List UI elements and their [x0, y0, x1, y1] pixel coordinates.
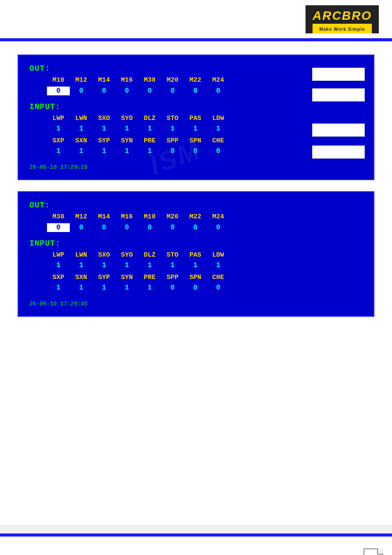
header: ARCBRO Make Work Simple: [0, 0, 392, 40]
logo-tagline-bg: Make Work Simple: [313, 24, 372, 33]
p1-out-h4: M38: [138, 76, 161, 84]
p2-out-h0: M38: [47, 213, 70, 221]
panel1-input-r2-headers: SXP SXN SYP SYN PRE SPP SPN CHE: [29, 137, 363, 145]
p1-in2-h4: PRE: [138, 137, 161, 145]
panel2-out-label: OUT:: [29, 201, 363, 210]
p2-in2-v2: 1: [93, 284, 115, 292]
p1-in-v1: 1: [70, 125, 93, 133]
p2-in-h7: LDW: [207, 251, 230, 259]
p1-out-v0: 0: [47, 87, 70, 95]
p2-in2-v4: 1: [138, 284, 161, 292]
p1-out-v6: 0: [184, 87, 207, 95]
panel2-input-label: INPUT:: [29, 239, 363, 248]
logo-brand: ARCBRO: [313, 9, 372, 23]
p1-in-v3: 1: [115, 125, 138, 133]
p1-in2-v0: 1: [47, 147, 70, 155]
p1-out-h7: M24: [207, 76, 230, 84]
panel1-out-values-row: 0 0 0 0 0 0 0 0: [29, 87, 363, 95]
p2-in2-v3: 1: [115, 284, 138, 292]
panel1-out-headers-row: M10 M12 M14 M16 M38 M20 M22 M24: [29, 76, 363, 84]
p2-in2-h5: SPP: [161, 274, 184, 281]
p2-in-v0: 1: [47, 261, 70, 269]
page-icon: [363, 548, 383, 555]
p1-in2-h1: SXN: [70, 137, 93, 145]
logo-tagline: Make Work Simple: [319, 27, 365, 32]
p2-out-v1: 0: [70, 224, 93, 232]
panel1-input-r1-values: 1 1 1 1 1 1 1 1: [29, 125, 363, 133]
panel1-timestamp: 26-06-10 17:29:16: [29, 164, 363, 170]
p2-out-h6: M22: [184, 213, 207, 221]
p1-out-h0: M10: [47, 76, 70, 84]
p1-out-v4: 0: [138, 87, 161, 95]
p1-in-v6: 1: [184, 125, 207, 133]
p2-out-v2: 0: [93, 224, 115, 232]
p2-in-h2: SXO: [93, 251, 115, 259]
panel-1: OUT: M10 M12 M14 M16 M38 M20 M22 M24 0 0…: [18, 54, 374, 180]
panel-2: OUT: M38 M12 M14 M16 M10 M20 M22 M24 0 0…: [18, 191, 374, 317]
p2-in2-v7: 0: [207, 284, 230, 292]
p2-in2-h4: PRE: [138, 274, 161, 281]
p2-in-h1: LWN: [70, 251, 93, 259]
p1-in2-v4: 1: [138, 147, 161, 155]
p2-out-h1: M12: [70, 213, 93, 221]
p1-in-h7: LDW: [207, 115, 230, 122]
panel2-out-headers-row: M38 M12 M14 M16 M10 M20 M22 M24: [29, 213, 363, 221]
p2-in-h3: SYO: [115, 251, 138, 259]
p1-out-v5: 0: [161, 87, 184, 95]
p1-in2-v3: 1: [115, 147, 138, 155]
p1-in2-v1: 1: [70, 147, 93, 155]
p1-in-v5: 1: [161, 125, 184, 133]
p2-in2-v6: 0: [184, 284, 207, 292]
p2-out-h4: M10: [138, 213, 161, 221]
p1-in2-h7: CHE: [207, 137, 230, 145]
p2-in-v6: 1: [184, 261, 207, 269]
p2-in-h6: PAS: [184, 251, 207, 259]
p2-out-h5: M20: [161, 213, 184, 221]
p2-in2-v1: 1: [70, 284, 93, 292]
panels-wrapper: ISM OUT: M10 M12 M14 M16 M38 M20 M22 M24: [18, 54, 374, 317]
p1-in-h6: PAS: [184, 115, 207, 122]
footer: [0, 535, 392, 555]
p2-in2-h1: SXN: [70, 274, 93, 281]
p2-in2-h3: SYN: [115, 274, 138, 281]
p2-in-h0: LWP: [47, 251, 70, 259]
p1-out-h1: M12: [70, 76, 93, 84]
p2-in2-h2: SYP: [93, 274, 115, 281]
p1-in-h2: SXO: [93, 115, 115, 122]
p1-in-h3: SYO: [115, 115, 138, 122]
p1-in2-h0: SXP: [47, 137, 70, 145]
panel2-timestamp: 26-06-10 17:29:45: [29, 301, 363, 307]
p1-out-v3: 0: [115, 87, 138, 95]
p2-in2-h7: CHE: [207, 274, 230, 281]
p2-in-v1: 1: [70, 261, 93, 269]
p1-in-h4: DLZ: [138, 115, 161, 122]
p1-in2-h5: SPP: [161, 137, 184, 145]
p1-in-h1: LWN: [70, 115, 93, 122]
panel2-input-r2-values: 1 1 1 1 1 0 0 0: [29, 284, 363, 292]
p1-in-v2: 1: [93, 125, 115, 133]
p2-in2-h6: SPN: [184, 274, 207, 281]
p1-out-v7: 0: [207, 87, 230, 95]
p2-in-v5: 1: [161, 261, 184, 269]
p2-out-v5: 0: [161, 224, 184, 232]
p1-out-h5: M20: [161, 76, 184, 84]
p2-in-v4: 1: [138, 261, 161, 269]
p2-out-v3: 0: [115, 224, 138, 232]
p1-in2-v5: 0: [161, 147, 184, 155]
logo-container: ARCBRO Make Work Simple: [306, 5, 379, 33]
p2-in2-v0: 1: [47, 284, 70, 292]
p1-out-h3: M16: [115, 76, 138, 84]
p1-in-v4: 1: [138, 125, 161, 133]
p1-in-v0: 1: [47, 125, 70, 133]
p2-in-v2: 1: [93, 261, 115, 269]
p2-in-v7: 1: [207, 261, 230, 269]
panel2-input-r1-headers: LWP LWN SXO SYO DLZ STO PAS LDW: [29, 251, 363, 259]
panel1-input-r1-headers: LWP LWN SXO SYO DLZ STO PAS LDW: [29, 115, 363, 122]
p1-out-h2: M14: [93, 76, 115, 84]
p1-out-h6: M22: [184, 76, 207, 84]
p2-out-h7: M24: [207, 213, 230, 221]
panel2-out-values-row: 0 0 0 0 0 0 0 0: [29, 223, 363, 232]
panel1-input-label: INPUT:: [29, 102, 363, 111]
p1-in-v7: 1: [207, 125, 230, 133]
p1-in2-h3: SYN: [115, 137, 138, 145]
